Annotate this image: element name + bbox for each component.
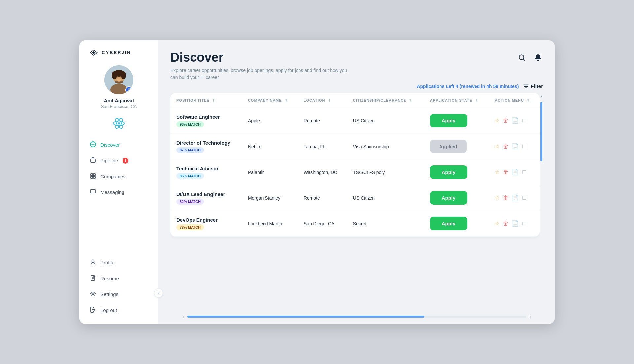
cell-action-1: ☆ 🗑 📄 ☐ (489, 134, 540, 159)
sidebar-item-label-discover: Discover (100, 142, 120, 148)
sort-arrow-position: ⬍ (212, 99, 215, 102)
sidebar-item-settings[interactable]: Settings (85, 287, 153, 302)
apply-button-3[interactable]: Apply (430, 191, 468, 205)
trash-icon-2[interactable]: 🗑 (503, 169, 509, 176)
check-icon-3[interactable]: ☐ (522, 195, 526, 201)
cell-state-3: Apply (424, 185, 489, 211)
star-icon-1[interactable]: ☆ (495, 143, 500, 150)
cell-citizenship-0: US Citizen (347, 108, 424, 134)
check-icon-0[interactable]: ☐ (522, 118, 526, 124)
action-icons-0: ☆ 🗑 📄 ☐ (495, 117, 534, 124)
hscroll-right-arrow[interactable]: › (529, 314, 531, 319)
star-icon-4[interactable]: ☆ (495, 220, 500, 227)
sidebar-item-resume[interactable]: Resume (85, 271, 153, 286)
sort-arrow-state: ⬍ (475, 99, 478, 102)
search-button[interactable] (517, 53, 527, 64)
page-header: Discover Explore career opportunities, b… (170, 51, 543, 81)
doc-action-icon-2[interactable]: 📄 (512, 169, 519, 176)
sidebar-item-pipeline[interactable]: Pipeline 1 (85, 153, 153, 168)
svg-point-11 (118, 122, 120, 124)
sidebar-item-label-companies: Companies (100, 174, 125, 179)
action-icons-2: ☆ 🗑 📄 ☐ (495, 169, 534, 176)
chat-icon (90, 189, 96, 196)
position-title-1: Director of Technology (176, 140, 236, 146)
check-icon-1[interactable]: ☐ (522, 144, 526, 149)
hscroll-thumb[interactable] (187, 316, 425, 318)
filter-button[interactable]: Filter (523, 83, 543, 89)
cell-position-3: UI/UX Lead Engineer82% MATCH (170, 185, 242, 211)
doc-icon (90, 275, 96, 282)
svg-point-4 (112, 71, 117, 79)
cell-location-2: Washington, DC (298, 159, 347, 185)
star-icon-3[interactable]: ☆ (495, 194, 500, 201)
svg-rect-16 (93, 174, 95, 176)
user-name: Anit Agarwal (104, 98, 134, 103)
vscroll-up-arrow[interactable]: ▲ (540, 94, 543, 98)
pipeline-badge: 1 (123, 158, 128, 164)
grid-icon (90, 173, 96, 180)
cell-state-0: Apply (424, 108, 489, 134)
notification-button[interactable] (533, 53, 543, 64)
cell-action-4: ☆ 🗑 📄 ☐ (489, 211, 540, 237)
table-row: DevOps Engineer77% MATCHLockheed MartinS… (170, 211, 540, 237)
sidebar-item-profile[interactable]: Profile (85, 255, 153, 270)
table-row: Director of Technology87% MATCHNetflixTa… (170, 134, 540, 159)
col-position: POSITION TITLE ⬍ (170, 93, 242, 108)
star-icon-0[interactable]: ☆ (495, 117, 500, 124)
doc-action-icon-4[interactable]: 📄 (512, 220, 519, 227)
svg-point-20 (92, 260, 94, 262)
svg-rect-15 (91, 174, 93, 176)
sidebar-bottom-nav: Profile Resume (79, 255, 158, 317)
cell-citizenship-2: TS/SCI FS poly (347, 159, 424, 185)
sidebar-item-label-settings: Settings (100, 291, 118, 297)
trash-icon-3[interactable]: 🗑 (503, 195, 509, 201)
logo-area: CYBERJIN (79, 50, 131, 56)
apps-left-label: Applications Left (417, 84, 454, 89)
doc-action-icon-1[interactable]: 📄 (512, 143, 519, 150)
trash-icon-0[interactable]: 🗑 (503, 117, 509, 124)
sidebar-item-label-messaging: Messaging (100, 189, 124, 195)
vertical-scrollbar[interactable]: ▲ (540, 93, 543, 311)
sidebar-item-logout[interactable]: Log out (85, 303, 153, 317)
avatar (104, 65, 133, 94)
action-icons-3: ☆ 🗑 📄 ☐ (495, 194, 534, 201)
cell-citizenship-4: Secret (347, 211, 424, 237)
sidebar-collapse-button[interactable]: « (154, 288, 163, 298)
check-icon-2[interactable]: ☐ (522, 169, 526, 175)
trash-icon-1[interactable]: 🗑 (503, 143, 509, 150)
user-avatar-area: Anit Agarwal San Francisco, CA (101, 65, 137, 109)
cell-position-1: Director of Technology87% MATCH (170, 134, 242, 159)
trash-icon-4[interactable]: 🗑 (503, 220, 509, 227)
apps-left-count: 4 (456, 84, 458, 89)
sidebar-item-discover[interactable]: Discover (85, 138, 153, 152)
apply-button-4[interactable]: Apply (430, 217, 468, 230)
apply-button-2[interactable]: Apply (430, 165, 468, 179)
sort-arrow-action: ⬍ (527, 99, 530, 102)
svg-point-24 (92, 293, 94, 294)
check-icon-4[interactable]: ☐ (522, 221, 526, 227)
vscroll-thumb[interactable] (540, 102, 542, 161)
position-title-3: UI/UX Lead Engineer (176, 191, 236, 197)
sort-arrow-citizenship: ⬍ (409, 99, 412, 102)
cell-location-1: Tampa, FL (298, 134, 347, 159)
star-icon-2[interactable]: ☆ (495, 169, 500, 176)
match-badge-4: 77% MATCH (176, 224, 204, 230)
sidebar-item-label-profile: Profile (100, 260, 115, 265)
sidebar-item-companies[interactable]: Companies (85, 169, 153, 184)
page-subtitle: Explore career opportunities, browse job… (170, 67, 355, 81)
sidebar-item-messaging[interactable]: Messaging (85, 185, 153, 200)
horizontal-scrollbar-row: ‹ › (170, 311, 543, 324)
apps-left-info: Applications Left 4 (renewed in 4h 59 mi… (417, 84, 519, 89)
doc-action-icon-0[interactable]: 📄 (512, 117, 519, 124)
table-row: Software Engineer93% MATCHAppleRemoteUS … (170, 108, 540, 134)
hscroll-track[interactable] (187, 316, 526, 318)
doc-action-icon-3[interactable]: 📄 (512, 194, 519, 201)
hscroll-left-arrow[interactable]: ‹ (182, 314, 184, 319)
apply-button-0[interactable]: Apply (430, 114, 468, 127)
action-icons-4: ☆ 🗑 📄 ☐ (495, 220, 534, 227)
subheader-bar: Applications Left 4 (renewed in 4h 59 mi… (170, 83, 543, 89)
match-badge-3: 82% MATCH (176, 199, 204, 205)
svg-rect-18 (93, 176, 95, 178)
cell-state-2: Apply (424, 159, 489, 185)
position-title-0: Software Engineer (176, 114, 236, 120)
